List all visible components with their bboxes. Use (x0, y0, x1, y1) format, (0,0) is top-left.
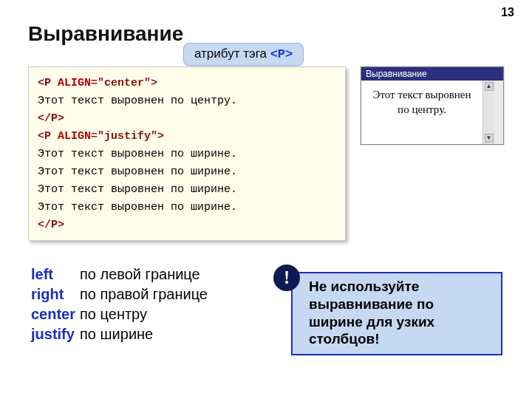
legend-row: left по левой границе (31, 265, 212, 284)
preview-scrollbar[interactable]: ▲ ▼ (482, 81, 494, 144)
code-line: Этот текст выровнен по ширине. (38, 183, 237, 196)
code-tag-rest: ="justify"> (91, 130, 164, 143)
legend-desc: по правой границе (80, 284, 212, 304)
preview-body-wrap: Этот текст выровнен по центру. ▲ ▼ (361, 81, 503, 144)
code-attr: ALIGN (51, 77, 91, 89)
legend-desc: по левой границе (80, 265, 212, 284)
preview-body: Этот текст выровнен по центру. (361, 81, 482, 144)
scroll-up-icon[interactable]: ▲ (485, 82, 494, 91)
code-line: Этот текст выровнен по центру. (38, 95, 237, 107)
callout-label: атрибут тэга <P> (183, 43, 304, 66)
warning-icon: ! (273, 265, 300, 291)
legend-keyword: justify (31, 324, 80, 344)
scroll-down-icon[interactable]: ▼ (485, 134, 494, 143)
warning-box: Не используйте выравнивание по ширине дл… (291, 272, 502, 355)
code-line: Этот текст выровнен по ширине. (38, 201, 237, 214)
alignment-legend: left по левой границе right по правой гр… (31, 265, 212, 344)
legend-keyword: center (31, 304, 80, 324)
legend-row: right по правой границе (31, 284, 212, 304)
legend-table: left по левой границе right по правой гр… (31, 265, 212, 344)
code-tag-open: <P (38, 77, 51, 89)
code-tag-rest: ="center"> (91, 77, 157, 89)
code-box: <P ALIGN="center"> Этот текст выровнен п… (28, 66, 346, 241)
page-title: Выравнивание (28, 22, 183, 46)
code-attr: ALIGN (51, 130, 91, 143)
page-number: 13 (501, 6, 514, 19)
code-line: Этот текст выровнен по ширине. (38, 148, 237, 160)
callout-text: атрибут тэга (194, 47, 270, 61)
legend-desc: по центру (80, 304, 212, 324)
legend-row: justify по ширине (31, 324, 212, 344)
callout-tag: <P> (270, 47, 293, 61)
legend-keyword: left (31, 265, 80, 284)
code-tag-close: </P> (38, 112, 64, 125)
code-tag-close: </P> (38, 219, 64, 231)
legend-keyword: right (31, 284, 80, 304)
legend-desc: по ширине (80, 324, 212, 344)
preview-window-title: Выравнивание (361, 67, 503, 81)
code-tag-open: <P (38, 130, 51, 143)
browser-preview: Выравнивание Этот текст выровнен по цент… (361, 66, 504, 145)
code-line: Этот текст выровнен по ширине. (38, 166, 237, 178)
legend-row: center по центру (31, 304, 212, 324)
